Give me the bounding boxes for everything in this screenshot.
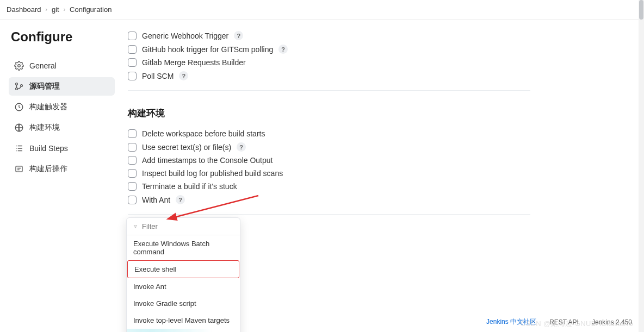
sidebar-item-build-steps[interactable]: Build Steps xyxy=(9,139,115,158)
svg-point-2 xyxy=(16,88,18,90)
checkbox-with-ant[interactable] xyxy=(128,196,137,204)
sidebar-item-post-build[interactable]: 构建后操作 xyxy=(9,160,115,178)
help-icon[interactable]: ? xyxy=(179,71,188,80)
section-build-environment: 构建环境 xyxy=(128,107,530,120)
trigger-label: Poll SCM xyxy=(142,72,174,80)
help-icon[interactable]: ? xyxy=(234,31,243,40)
checkbox-github-hook[interactable] xyxy=(128,45,137,54)
breadcrumb-configuration[interactable]: Configuration xyxy=(70,5,112,14)
env-row: Add timestamps to the Console Output xyxy=(128,156,530,165)
help-icon[interactable]: ? xyxy=(237,142,246,152)
breadcrumb-git[interactable]: git xyxy=(52,5,59,14)
filter-icon xyxy=(133,223,138,230)
dropdown-item-invoke-ant[interactable]: Invoke Ant xyxy=(127,278,240,295)
dropdown-item-invoke-maven[interactable]: Invoke top-level Maven targets xyxy=(127,312,240,329)
svg-point-0 xyxy=(18,65,21,67)
breadcrumb-dashboard[interactable]: Dashboard xyxy=(7,5,41,14)
sidebar-item-label: 构建后操作 xyxy=(29,164,67,174)
env-label: Add timestamps to the Console Output xyxy=(142,156,273,165)
watermark: CSDN @鲍海超-GNUBHCkalitarro xyxy=(521,319,633,329)
trigger-label: GitHub hook trigger for GITScm polling xyxy=(142,45,273,54)
dropdown-filter-input[interactable] xyxy=(142,222,233,230)
sidebar: Configure General 源码管理 构建触发器 构建环境 Build … xyxy=(0,29,117,270)
sidebar-item-label: Build Steps xyxy=(29,144,68,153)
checkbox-generic-webhook[interactable] xyxy=(128,32,137,40)
help-icon[interactable]: ? xyxy=(278,45,288,54)
dropdown-filter-row xyxy=(127,218,240,235)
sidebar-item-environment[interactable]: 构建环境 xyxy=(9,118,115,137)
post-icon xyxy=(14,164,24,174)
svg-point-1 xyxy=(16,83,18,85)
build-step-dropdown: Execute Windows Batch command Execute sh… xyxy=(126,217,240,332)
svg-point-3 xyxy=(21,85,23,87)
checkbox-terminate-stuck[interactable] xyxy=(128,182,137,191)
sidebar-item-general[interactable]: General xyxy=(9,57,115,75)
env-label: Delete workspace before build starts xyxy=(142,129,265,138)
branch-icon xyxy=(14,82,24,91)
env-row: Delete workspace before build starts xyxy=(128,129,530,138)
section-separator xyxy=(128,90,530,91)
sidebar-item-label: 源码管理 xyxy=(29,82,60,91)
checkbox-gitlab-merge[interactable] xyxy=(128,58,137,67)
checkbox-delete-workspace[interactable] xyxy=(128,129,137,138)
env-row: With Ant ? xyxy=(128,195,530,204)
globe-icon xyxy=(14,123,24,133)
checkbox-secret-text[interactable] xyxy=(128,143,137,152)
scrollbar-thumb[interactable] xyxy=(639,0,643,20)
dropdown-item-run-timeout[interactable]: Run with timeout xyxy=(127,329,240,332)
checkbox-inspect-log[interactable] xyxy=(128,169,137,178)
trigger-row: Poll SCM ? xyxy=(128,71,530,80)
scrollbar-track[interactable] xyxy=(639,0,644,332)
env-row: Terminate a build if it's stuck xyxy=(128,182,530,191)
env-label: Terminate a build if it's stuck xyxy=(142,182,237,191)
env-label: Use secret text(s) or file(s) xyxy=(142,143,231,152)
dropdown-item-exec-windows-batch[interactable]: Execute Windows Batch command xyxy=(127,235,240,260)
trigger-label: Generic Webhook Trigger xyxy=(142,32,228,40)
trigger-row: GitHub hook trigger for GITScm polling ? xyxy=(128,45,530,54)
gear-icon xyxy=(14,61,24,71)
sidebar-item-label: 构建触发器 xyxy=(29,102,67,112)
list-icon xyxy=(14,143,24,153)
env-label: Inspect build log for published build sc… xyxy=(142,169,283,178)
dropdown-item-exec-shell[interactable]: Execute shell xyxy=(127,260,239,278)
clock-icon xyxy=(14,102,24,112)
sidebar-item-label: 构建环境 xyxy=(29,123,60,133)
page-title: Configure xyxy=(11,29,117,45)
svg-rect-6 xyxy=(16,166,22,172)
help-icon[interactable]: ? xyxy=(176,195,185,204)
dropdown-item-invoke-gradle[interactable]: Invoke Gradle script xyxy=(127,295,240,312)
env-row: Inspect build log for published build sc… xyxy=(128,169,530,178)
chevron-right-icon: › xyxy=(64,7,65,12)
section-separator xyxy=(128,214,530,215)
trigger-label: Gitlab Merge Requests Builder xyxy=(142,58,246,67)
breadcrumb: Dashboard › git › Configuration xyxy=(0,0,644,20)
sidebar-item-triggers[interactable]: 构建触发器 xyxy=(9,98,115,116)
env-row: Use secret text(s) or file(s) ? xyxy=(128,142,530,152)
chevron-right-icon: › xyxy=(46,7,47,12)
sidebar-item-label: General xyxy=(29,61,57,70)
trigger-row: Generic Webhook Trigger ? xyxy=(128,31,530,40)
trigger-row: Gitlab Merge Requests Builder xyxy=(128,58,530,67)
checkbox-poll-scm[interactable] xyxy=(128,72,137,80)
sidebar-item-scm[interactable]: 源码管理 xyxy=(9,77,115,96)
env-label: With Ant xyxy=(142,196,170,204)
checkbox-timestamps[interactable] xyxy=(128,156,137,165)
